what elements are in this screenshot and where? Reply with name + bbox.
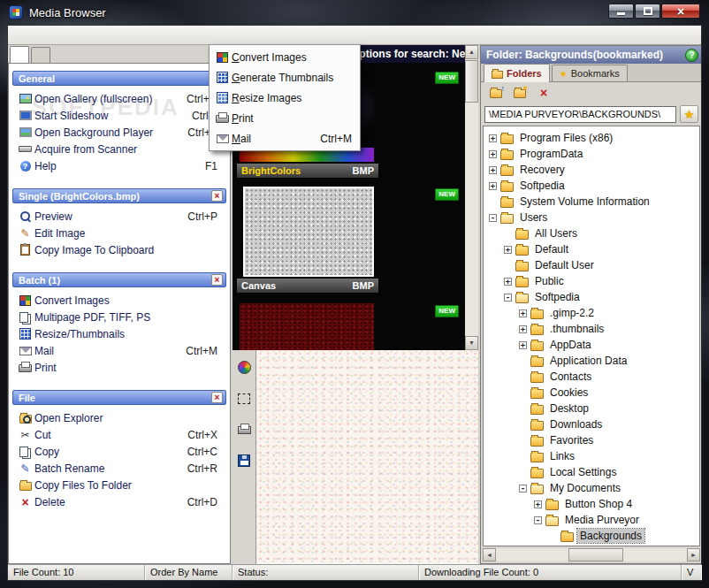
menu-item[interactable]: Resize Images	[210, 88, 360, 108]
folder-tool-button[interactable]	[487, 84, 505, 101]
menu-item[interactable]: Mail Ctrl+M	[210, 128, 360, 149]
tree-item[interactable]: Local Settings	[484, 464, 699, 480]
expand-toggle[interactable]	[489, 150, 497, 158]
task-item[interactable]: Copy Files To Folder	[12, 477, 226, 493]
folder-panel-tab[interactable]: Folders	[484, 64, 550, 82]
collapse-section-icon[interactable]	[211, 392, 223, 403]
task-item[interactable]: Resize/Thumbnails	[12, 325, 226, 342]
task-item[interactable]: Open Background Player Ctrl+B	[12, 124, 226, 141]
expand-toggle[interactable]	[519, 309, 527, 317]
task-item[interactable]: Batch Rename Ctrl+R	[12, 460, 226, 477]
folder-tool-button[interactable]	[535, 84, 553, 101]
tree-item[interactable]: .gimp-2.2	[484, 305, 699, 321]
tree-item[interactable]: System Volume Information	[484, 194, 699, 210]
task-item[interactable]: Help F1	[12, 157, 226, 174]
expand-toggle[interactable]	[504, 246, 512, 254]
panel-tab[interactable]	[31, 47, 50, 63]
collapse-section-icon[interactable]	[211, 274, 223, 286]
task-item[interactable]: Edit Image	[12, 225, 226, 241]
scroll-left-button[interactable]	[483, 548, 496, 561]
scrollbar-thumb[interactable]	[568, 548, 623, 561]
tree-item[interactable]: Softpedia	[484, 178, 699, 194]
task-item[interactable]: Open Explorer	[12, 409, 226, 426]
bookmark-star-button[interactable]	[680, 105, 698, 123]
task-item[interactable]: Start Slideshow Ctrl+I	[12, 107, 226, 124]
tree-item[interactable]: Recovery	[484, 162, 699, 178]
palette-button[interactable]	[235, 359, 254, 376]
task-item[interactable]: Delete Ctrl+D	[12, 493, 226, 510]
tree-item[interactable]: Media Purveyor	[484, 512, 699, 528]
tree-item[interactable]: Default	[484, 241, 699, 257]
tree-item[interactable]: Downloads	[484, 416, 699, 432]
section-header-single[interactable]: Single (BrightColors.bmp)	[12, 188, 226, 203]
expand-toggle[interactable]	[489, 166, 497, 174]
tree-item[interactable]: Cookies	[484, 385, 699, 401]
thumbs-scrollbar[interactable]	[465, 45, 478, 350]
tree-item[interactable]: Default User	[484, 257, 699, 273]
thumbnail-image[interactable]	[243, 187, 374, 277]
tree-item[interactable]: Contacts	[484, 369, 699, 385]
section-header-file[interactable]: File	[12, 390, 226, 405]
titlebar[interactable]: Media Browser	[0, 0, 709, 25]
task-item[interactable]: Open Gallery (fullscreen) Ctrl+G	[12, 90, 226, 107]
task-item[interactable]: Print	[12, 359, 226, 376]
task-item[interactable]: Acquire from Scanner	[12, 141, 226, 157]
preview-image[interactable]	[256, 350, 478, 564]
close-button[interactable]	[661, 4, 700, 19]
expand-toggle[interactable]	[519, 485, 527, 493]
thumbnail-image[interactable]	[240, 303, 374, 350]
tree-hscrollbar[interactable]	[483, 548, 700, 561]
task-item[interactable]: Convert Images	[12, 292, 226, 309]
save-button[interactable]	[235, 452, 254, 469]
tree-item[interactable]: My Documents	[484, 480, 699, 496]
maximize-button[interactable]	[635, 4, 660, 19]
scrollbar-track[interactable]	[496, 548, 687, 561]
menu-item[interactable]: Generate Thumbnails	[210, 67, 360, 88]
expand-toggle[interactable]	[489, 182, 497, 190]
tree-item[interactable]: AppData	[484, 337, 699, 353]
task-item[interactable]: Cut Ctrl+X	[12, 426, 226, 443]
expand-toggle[interactable]	[519, 341, 527, 349]
collapse-section-icon[interactable]	[211, 190, 223, 202]
path-field[interactable]: \MEDIA PURVEYOR\BACKGROUNDS\	[484, 106, 676, 123]
folder-panel-tab[interactable]: Bookmarks	[552, 65, 628, 81]
scroll-right-button[interactable]	[687, 548, 700, 561]
minimize-button[interactable]	[608, 4, 634, 19]
task-item[interactable]: Mail Ctrl+M	[12, 342, 226, 359]
tree-item[interactable]: Backgrounds	[484, 528, 699, 544]
scroll-down-button[interactable]	[465, 336, 478, 350]
expand-toggle[interactable]	[519, 325, 527, 333]
panel-tab[interactable]	[10, 46, 29, 64]
tree-item[interactable]: Application Data	[484, 353, 699, 369]
expand-toggle[interactable]	[534, 500, 542, 508]
tree-item[interactable]: Public	[484, 273, 699, 289]
expand-toggle[interactable]	[504, 294, 512, 302]
tree-item[interactable]: .thumbnails	[484, 321, 699, 337]
expand-toggle[interactable]	[504, 278, 512, 286]
tree-item[interactable]: Links	[484, 448, 699, 464]
tree-item[interactable]: Program Files (x86)	[484, 130, 699, 146]
task-item[interactable]: Preview Ctrl+P	[12, 208, 226, 225]
task-item[interactable]: Copy Ctrl+C	[12, 443, 226, 460]
tree-item[interactable]: All Users	[484, 225, 699, 241]
tree-item[interactable]: Button Shop 4	[484, 496, 699, 512]
help-button[interactable]: ?	[685, 49, 698, 62]
scroll-up-button[interactable]	[465, 45, 478, 59]
expand-toggle[interactable]	[489, 214, 497, 222]
task-item[interactable]: Copy Image To Clipboard	[12, 241, 226, 258]
[interactable]: NEW	[233, 303, 465, 350]
section-header-general[interactable]: General	[12, 71, 226, 86]
expand-toggle[interactable]	[534, 516, 542, 524]
Canvas[interactable]: NEW Canvas BMP	[233, 187, 465, 298]
tree-item[interactable]: ProgramData	[484, 146, 699, 162]
expand-toggle[interactable]	[489, 134, 497, 142]
selection-button[interactable]	[235, 390, 254, 407]
section-header-batch[interactable]: Batch (1)	[12, 272, 226, 287]
tree-item[interactable]: Softpedia	[484, 289, 699, 305]
folder-tool-button[interactable]	[511, 84, 529, 101]
tree-item[interactable]: Favorites	[484, 432, 699, 448]
scrollbar-thumb[interactable]	[465, 60, 478, 103]
task-item[interactable]: Multipage PDF, TIFF, PS	[12, 309, 226, 325]
tree-item[interactable]: Users	[484, 210, 699, 225]
tree-item[interactable]: Desktop	[484, 401, 699, 416]
